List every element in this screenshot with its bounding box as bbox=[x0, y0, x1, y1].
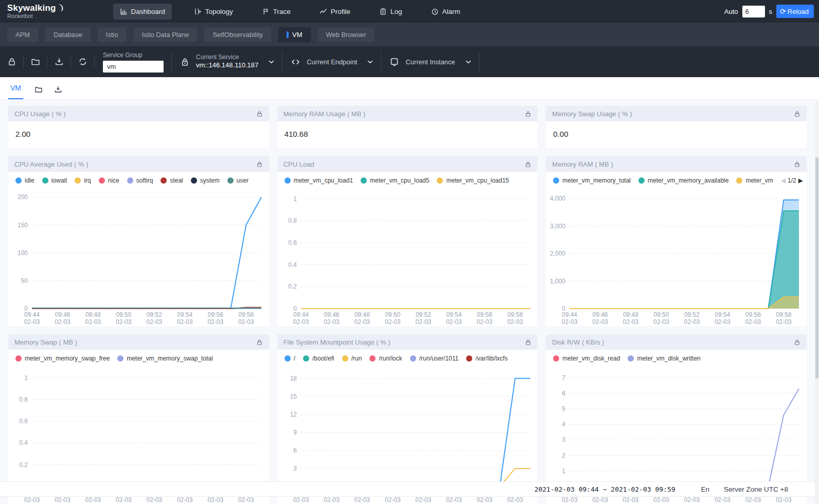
nav-item-profile[interactable]: Profile bbox=[313, 4, 357, 20]
svg-text:02-03: 02-03 bbox=[293, 496, 309, 503]
chart-plot[interactable]: 05010015020009:4402-0309:4602-0309:4802-… bbox=[8, 189, 269, 326]
pager-next-icon[interactable]: ▶ bbox=[798, 177, 803, 184]
legend-item[interactable]: iowait bbox=[42, 177, 67, 184]
legend-label: meter_vm_memory_swap_total bbox=[127, 355, 212, 362]
svg-text:02-03: 02-03 bbox=[147, 496, 163, 503]
legend-label: meter_vm bbox=[745, 177, 773, 184]
legend-item[interactable]: meter_vm_memory_available bbox=[638, 177, 728, 184]
legend-item[interactable]: steal bbox=[161, 177, 183, 184]
svg-text:09:50: 09:50 bbox=[654, 311, 669, 318]
legend-item[interactable]: /run/lock bbox=[369, 355, 402, 362]
legend-item[interactable]: meter_vm_memory_total bbox=[553, 177, 631, 184]
legend-item[interactable]: system bbox=[191, 177, 220, 184]
lock-button[interactable] bbox=[0, 46, 24, 77]
legend-item[interactable]: meter_vm_disk_written bbox=[628, 355, 700, 362]
lock-icon[interactable] bbox=[256, 111, 263, 117]
legend-dot bbox=[553, 355, 559, 362]
svg-text:0.2: 0.2 bbox=[288, 283, 297, 290]
legend-item[interactable]: /var/lib/lxcfs bbox=[466, 355, 508, 362]
svg-text:02-03: 02-03 bbox=[776, 318, 792, 326]
tab-apm[interactable]: APM bbox=[7, 27, 38, 42]
legend-item[interactable]: meter_vm_cpu_load5 bbox=[361, 177, 429, 184]
tab-label: Web Browser bbox=[326, 31, 366, 39]
brand-logo[interactable]: Skywalking Rocketbot bbox=[7, 4, 64, 19]
folder-button[interactable] bbox=[24, 46, 47, 77]
current-instance-select[interactable]: Current Instance bbox=[381, 46, 479, 77]
current-service-select[interactable]: Current Service vm::146.148.110.187 bbox=[172, 46, 282, 77]
export-button[interactable] bbox=[47, 46, 71, 77]
tab-istio[interactable]: Istio bbox=[98, 27, 127, 42]
scrollbar-thumb[interactable] bbox=[815, 157, 818, 379]
svg-text:02-03: 02-03 bbox=[562, 318, 578, 326]
folder-icon[interactable] bbox=[34, 85, 43, 94]
tab-web-browser[interactable]: Web Browser bbox=[318, 27, 375, 42]
tab-selfobservability[interactable]: SelfObservability bbox=[204, 27, 271, 42]
legend-item[interactable]: idle bbox=[15, 177, 34, 184]
scrollbar-track[interactable] bbox=[815, 101, 819, 504]
legend-pager: ◀1/2▶ bbox=[781, 177, 803, 184]
tab-vm[interactable]: VM bbox=[278, 27, 311, 42]
card-header: CPU Average Used ( % ) bbox=[8, 156, 269, 172]
svg-text:02-03: 02-03 bbox=[147, 318, 163, 326]
lock-icon[interactable] bbox=[525, 339, 531, 346]
lock-icon[interactable] bbox=[794, 111, 800, 117]
current-endpoint-select[interactable]: Current Endpoint bbox=[282, 46, 381, 77]
lock-icon[interactable] bbox=[794, 339, 800, 346]
legend-item[interactable]: nice bbox=[99, 177, 119, 184]
auto-interval-input[interactable] bbox=[742, 6, 765, 17]
nav-item-log[interactable]: Log bbox=[372, 4, 409, 20]
svg-text:09:52: 09:52 bbox=[416, 311, 431, 318]
legend-label: nice bbox=[108, 177, 119, 184]
legend-item[interactable]: irq bbox=[75, 177, 91, 184]
chart-plot[interactable]: 00.20.40.60.8109:4402-0309:4602-0309:480… bbox=[277, 189, 538, 326]
refresh-button[interactable] bbox=[71, 46, 95, 77]
legend-item[interactable]: meter_vm_cpu_load15 bbox=[437, 177, 509, 184]
export-icon[interactable] bbox=[54, 85, 62, 94]
nav-item-trace[interactable]: Trace bbox=[255, 4, 297, 20]
legend-item[interactable]: meter_vm_memory_swap_free bbox=[15, 355, 110, 362]
tab-vm[interactable]: VM bbox=[8, 84, 23, 99]
nav-item-alarm[interactable]: Alarm bbox=[424, 4, 467, 20]
legend-item[interactable]: meter_vm_disk_read bbox=[553, 355, 620, 362]
card-header: Memory RAM Usage ( MB ) bbox=[277, 106, 538, 121]
pager-prev-icon[interactable]: ◀ bbox=[781, 177, 786, 184]
legend-item[interactable]: meter_vm bbox=[736, 177, 773, 184]
legend-label: steal bbox=[170, 177, 183, 184]
lock-icon[interactable] bbox=[525, 161, 531, 168]
card-title: Memory RAM Usage ( MB ) bbox=[283, 110, 366, 118]
tab-istio-data-plane[interactable]: Istio Data Plane bbox=[134, 27, 198, 42]
tab-database[interactable]: Database bbox=[45, 27, 91, 42]
legend-item[interactable]: softirq bbox=[127, 177, 153, 184]
card-title: Memory Swap Usage ( % ) bbox=[552, 110, 632, 118]
svg-text:02-03: 02-03 bbox=[385, 318, 401, 326]
nav-menu: DashboardTopologyTraceProfileLogAlarm bbox=[113, 4, 467, 20]
current-service-label: Current Service bbox=[196, 53, 258, 61]
lock-icon[interactable] bbox=[525, 111, 531, 117]
legend-item[interactable]: meter_vm_cpu_load1 bbox=[284, 177, 353, 184]
language-toggle[interactable]: En bbox=[701, 485, 710, 493]
tab-label: VM bbox=[292, 31, 302, 39]
lock-icon[interactable] bbox=[256, 339, 263, 346]
auto-label: Auto bbox=[724, 8, 738, 15]
service-group-input[interactable] bbox=[103, 61, 164, 73]
legend-item[interactable]: meter_vm_memory_swap_total bbox=[117, 355, 212, 362]
chart-plot[interactable]: 01,0002,0003,0004,00009:4402-0309:4602-0… bbox=[546, 189, 806, 326]
legend-item[interactable]: /boot/efi bbox=[303, 355, 334, 362]
legend-item[interactable]: /run/user/1011 bbox=[410, 355, 459, 362]
reload-button[interactable]: ⟳Reload bbox=[776, 5, 814, 18]
nav-item-dashboard[interactable]: Dashboard bbox=[113, 4, 172, 20]
legend-item[interactable]: /run bbox=[342, 355, 362, 362]
svg-text:02-03: 02-03 bbox=[85, 318, 101, 326]
chart-legend: meter_vm_cpu_load1meter_vm_cpu_load5mete… bbox=[277, 172, 538, 189]
nav-item-topology[interactable]: Topology bbox=[187, 4, 240, 20]
legend-item[interactable]: / bbox=[284, 355, 295, 362]
svg-text:02-03: 02-03 bbox=[238, 496, 254, 503]
chart-area: 01,0002,0003,0004,00009:4402-0309:4602-0… bbox=[546, 189, 807, 326]
server-zone[interactable]: Server Zone UTC +8 bbox=[724, 485, 788, 493]
topology-icon bbox=[194, 8, 202, 15]
time-range-picker[interactable]: 2021-02-03 09:44 ~ 2021-02-03 09:59 bbox=[535, 485, 675, 493]
lock-icon[interactable] bbox=[256, 161, 263, 168]
legend-item[interactable]: user bbox=[227, 177, 248, 184]
card-title: CPU Load bbox=[283, 160, 314, 168]
lock-icon[interactable] bbox=[794, 161, 800, 168]
